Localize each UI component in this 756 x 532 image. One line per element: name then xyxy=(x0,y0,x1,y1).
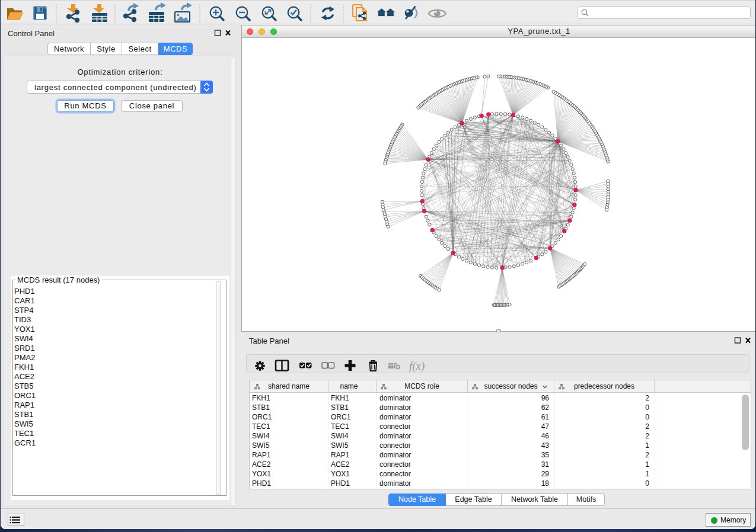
svg-text:f(x): f(x) xyxy=(409,360,425,373)
